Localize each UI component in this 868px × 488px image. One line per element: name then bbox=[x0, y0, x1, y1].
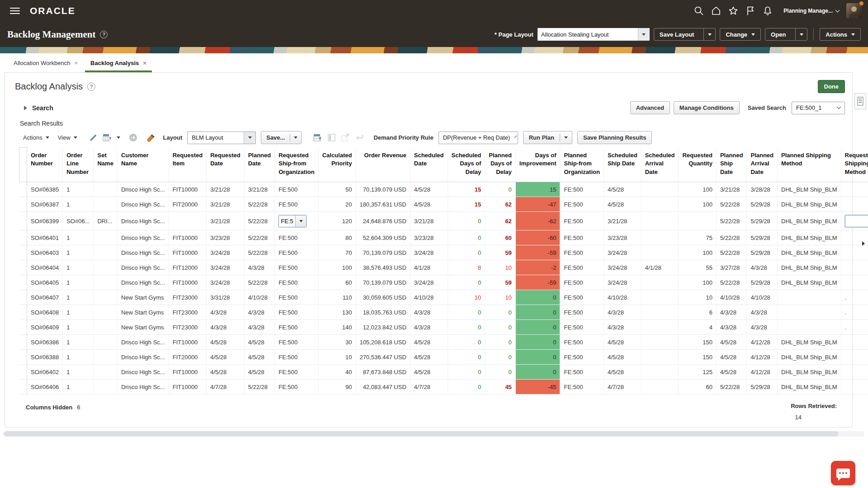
cell-customer[interactable]: Drisco High Sc... bbox=[117, 275, 169, 290]
table-row[interactable]: SO#063871Drisco High Sc...FIT200003/21/2… bbox=[19, 197, 868, 212]
column-header-set_name[interactable]: Set Name bbox=[94, 148, 117, 182]
table-row[interactable]: SO#063881Drisco High Sc...FIT200004/5/28… bbox=[19, 350, 868, 365]
cell-sched_ship[interactable]: 4/5/28 bbox=[604, 335, 641, 350]
cell-planned_date[interactable]: 5/22/28 bbox=[244, 230, 275, 245]
cell-plan_delay[interactable]: 0 bbox=[485, 365, 516, 380]
cell-ship_method[interactable]: DHL_BLM Ship_BLM bbox=[778, 245, 841, 260]
cell-improvement[interactable]: 0 bbox=[515, 290, 560, 305]
column-header-sched_arrival[interactable]: Scheduled Arrival Date bbox=[641, 148, 679, 182]
cell-qty[interactable] bbox=[679, 212, 716, 230]
cell-ship_method[interactable] bbox=[778, 290, 841, 305]
cell-req_ship_method[interactable]: . bbox=[841, 305, 868, 320]
cell-plan_delay[interactable]: 10 bbox=[485, 290, 516, 305]
cell-req_date[interactable]: 3/21/28 bbox=[207, 197, 244, 212]
cell-sched_delay[interactable]: 0 bbox=[448, 212, 485, 230]
cell-sched_date[interactable]: 4/10/28 bbox=[410, 290, 448, 305]
cell-plan_ship[interactable]: 4/3/28 bbox=[716, 305, 747, 320]
run-plan-dropdown-button[interactable] bbox=[560, 134, 572, 141]
cell-set_name[interactable] bbox=[94, 335, 117, 350]
cell-planned_date[interactable]: 4/5/28 bbox=[244, 350, 275, 365]
cell-sched_date[interactable]: 4/5/28 bbox=[410, 335, 448, 350]
cell-ship_from[interactable]: FE:500 bbox=[275, 245, 318, 260]
cell-ship_from[interactable]: FE:500 bbox=[275, 260, 318, 275]
cell-req_date[interactable]: 3/23/28 bbox=[207, 230, 244, 245]
cell-plan_delay[interactable]: 45 bbox=[485, 380, 516, 394]
cell-ship_from[interactable]: FE:500 bbox=[275, 197, 318, 212]
cell-plan_ship_from[interactable]: FE:500 bbox=[560, 197, 604, 212]
cell-customer[interactable]: Drisco High Sc... bbox=[117, 230, 169, 245]
cell-qty[interactable]: 100 bbox=[679, 275, 716, 290]
cell-improvement[interactable]: -45 bbox=[515, 380, 560, 394]
save-dropdown-button[interactable] bbox=[290, 134, 301, 141]
cell-req_date[interactable]: 4/3/28 bbox=[207, 305, 244, 320]
cell-req_date[interactable]: 3/21/28 bbox=[207, 182, 244, 197]
cell-qty[interactable]: 6 bbox=[679, 305, 716, 320]
cell-plan_ship_from[interactable]: FE:500 bbox=[560, 275, 604, 290]
cell-req_ship_method[interactable] bbox=[841, 275, 868, 290]
cell-plan_ship[interactable]: 4/10/28 bbox=[716, 290, 747, 305]
cell-customer[interactable]: New Start Gyms bbox=[117, 305, 169, 320]
table-row[interactable]: SO#064051Drisco High Sc...FIT100003/24/2… bbox=[19, 275, 868, 290]
flag-icon[interactable] bbox=[745, 5, 756, 17]
cell-plan_arrival[interactable]: 5/29/28 bbox=[747, 230, 778, 245]
cell-plan_delay[interactable]: 0 bbox=[485, 350, 516, 365]
cell-revenue[interactable]: 18,035.763 USD bbox=[356, 305, 410, 320]
cell-priority[interactable]: 70 bbox=[318, 245, 356, 260]
cell-line_number[interactable]: 1 bbox=[63, 320, 94, 335]
cell-improvement[interactable]: -60 bbox=[515, 230, 560, 245]
cell-req_ship_method[interactable] bbox=[841, 380, 868, 394]
search-icon[interactable] bbox=[693, 5, 705, 17]
cell-plan_ship_from[interactable]: FE:500 bbox=[560, 380, 604, 394]
column-header-plan_ship_from[interactable]: Planned Ship-from Organization bbox=[560, 148, 604, 182]
column-header-ship_from[interactable]: Requested Ship-from Organization bbox=[275, 148, 318, 182]
cell-sched_date[interactable]: 4/5/28 bbox=[410, 197, 448, 212]
cell-plan_arrival[interactable]: 5/29/28 bbox=[747, 212, 778, 230]
actions-menu[interactable]: Actions bbox=[23, 134, 49, 141]
scrollbar-thumb[interactable] bbox=[4, 431, 839, 436]
cell-revenue[interactable]: 180,357.631 USD bbox=[356, 197, 410, 212]
cell-improvement[interactable]: 0 bbox=[515, 335, 560, 350]
cell-req_date[interactable]: 4/3/28 bbox=[207, 320, 244, 335]
cell-sched_date[interactable]: 4/1/28 bbox=[410, 260, 448, 275]
cell-plan_ship[interactable]: 4/5/28 bbox=[716, 350, 747, 365]
cell-sched_arrival[interactable] bbox=[641, 230, 679, 245]
cell-ship_method[interactable]: DHL_BLM Ship_BLM bbox=[778, 182, 841, 197]
cell-plan_ship_from[interactable]: FE:500 bbox=[560, 305, 604, 320]
cell-qty[interactable]: 55 bbox=[679, 260, 716, 275]
cell-plan_ship_from[interactable]: FE:500 bbox=[560, 212, 604, 230]
cell-order_number[interactable]: SO#06404 bbox=[27, 260, 63, 275]
cell-plan_delay[interactable]: 60 bbox=[485, 230, 516, 245]
cell-sched_ship[interactable]: 3/24/28 bbox=[604, 260, 641, 275]
cell-qty[interactable]: 100 bbox=[679, 245, 716, 260]
cell-sched_date[interactable]: 3/23/28 bbox=[410, 230, 448, 245]
cell-customer[interactable]: New Start Gyms bbox=[117, 320, 169, 335]
cell-req_ship_method[interactable]: . bbox=[841, 290, 868, 305]
cell-sched_delay[interactable]: 0 bbox=[448, 320, 485, 335]
requested-shipping-method-input[interactable] bbox=[845, 215, 868, 227]
save-layout-button[interactable]: Save Layout bbox=[654, 28, 716, 41]
cell-item[interactable]: FIT10000 bbox=[169, 335, 206, 350]
cell-plan_arrival[interactable]: 4/3/28 bbox=[747, 305, 778, 320]
cell-customer[interactable]: Drisco High Sc... bbox=[117, 212, 169, 230]
cell-revenue[interactable]: 30,059.605 USD bbox=[356, 290, 410, 305]
cell-req_ship_method[interactable] bbox=[841, 350, 868, 365]
cell-sched_ship[interactable]: 4/5/28 bbox=[604, 182, 641, 197]
cell-sched_date[interactable]: 4/5/28 bbox=[410, 182, 448, 197]
cell-sched_date[interactable]: 4/5/28 bbox=[410, 350, 448, 365]
column-header-plan_delay[interactable]: Planned Days of Delay bbox=[485, 148, 516, 182]
cell-plan_ship[interactable]: 5/22/28 bbox=[716, 275, 747, 290]
open-dropdown-button[interactable] bbox=[795, 28, 807, 40]
cell-req_date[interactable]: 3/24/28 bbox=[207, 275, 244, 290]
cell-customer[interactable]: Drisco High Sc... bbox=[117, 350, 169, 365]
cell-improvement[interactable]: 0 bbox=[515, 305, 560, 320]
cell-order_number[interactable]: SO#06402 bbox=[27, 365, 63, 380]
column-header-ship_method[interactable]: Planned Shipping Method bbox=[778, 148, 841, 182]
cell-priority[interactable]: 110 bbox=[318, 290, 356, 305]
search-expand-icon[interactable] bbox=[24, 106, 27, 110]
column-header-order_number[interactable]: Order Number bbox=[27, 148, 63, 182]
cell-sched_ship[interactable]: 4/5/28 bbox=[604, 365, 641, 380]
cell-req_date[interactable]: 3/24/28 bbox=[207, 260, 244, 275]
cell-sched_ship[interactable]: 4/10/28 bbox=[604, 290, 641, 305]
cell-item[interactable]: FIT10000 bbox=[169, 182, 206, 197]
cell-sched_date[interactable]: 4/3/28 bbox=[410, 320, 448, 335]
